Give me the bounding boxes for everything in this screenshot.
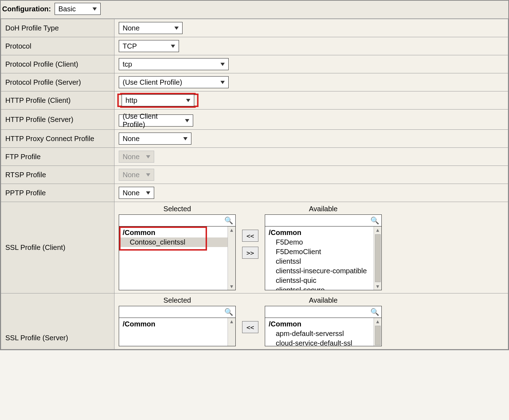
rtsp-profile-select: None <box>119 169 154 181</box>
scroll-up-icon: ▲ <box>375 226 380 234</box>
selected-header: Selected <box>119 296 236 306</box>
label-pp-client: Protocol Profile (Client) <box>1 55 114 73</box>
selected-header: Selected <box>119 205 236 214</box>
label-pptp: PPTP Profile <box>1 184 114 202</box>
http-profile-client-select[interactable]: http <box>122 94 194 106</box>
http-proxy-connect-select[interactable]: None <box>119 133 191 145</box>
list-group: /Common <box>119 319 228 329</box>
chevron-down-icon <box>146 155 150 158</box>
ssl-server-available-search[interactable]: 🔍 <box>265 306 382 318</box>
label-rtsp: RTSP Profile <box>1 166 114 184</box>
move-left-button[interactable]: << <box>242 230 258 242</box>
list-item[interactable]: F5Demo <box>265 237 374 247</box>
doh-select[interactable]: None <box>119 22 183 34</box>
search-input[interactable] <box>265 215 381 226</box>
label-protocol: Protocol <box>1 37 114 55</box>
move-right-button[interactable]: >> <box>242 247 258 259</box>
list-item[interactable]: cloud-service-default-ssl <box>265 338 374 346</box>
ssl-server-selected-search[interactable]: 🔍 <box>119 306 236 318</box>
list-item[interactable]: clientssl-secure <box>265 285 374 290</box>
pptp-profile-select[interactable]: None <box>119 187 154 199</box>
ssl-client-selected-search[interactable]: 🔍 <box>119 214 236 226</box>
search-input[interactable] <box>119 215 235 226</box>
available-header: Available <box>265 205 382 214</box>
list-item[interactable]: clientssl-quic <box>265 276 374 285</box>
config-mode-select[interactable]: Basic <box>55 3 101 15</box>
config-panel: Configuration: Basic DoH Profile Type No… <box>0 0 509 350</box>
list-item[interactable]: clientssl <box>265 257 374 266</box>
label-doh: DoH Profile Type <box>1 19 114 37</box>
protocol-profile-server-select[interactable]: (Use Client Profile) <box>119 76 229 88</box>
config-header-label: Configuration: <box>2 5 51 13</box>
ssl-client-selected-list[interactable]: /Common Contoso_clientssl ▲ ▼ <box>119 226 236 290</box>
label-ssl-server: SSL Profile (Server) <box>1 293 114 349</box>
protocol-profile-client-select[interactable]: tcp <box>119 58 229 70</box>
chevron-down-icon <box>220 81 225 84</box>
chevron-down-icon <box>185 119 189 122</box>
list-item[interactable]: clientssl-insecure-compatible <box>265 266 374 276</box>
scroll-down-icon: ▼ <box>375 283 380 290</box>
ssl-server-available-list[interactable]: /Common apm-default-serversslcloud-servi… <box>265 318 382 346</box>
list-item[interactable]: F5DemoClient <box>265 247 374 257</box>
config-mode-value: Basic <box>58 5 76 13</box>
ftp-profile-select: None <box>119 151 154 163</box>
scrollbar[interactable]: ▲ ▼ <box>374 226 381 290</box>
config-form: DoH Profile Type None Protocol TCP Proto… <box>1 19 508 349</box>
http-profile-server-select[interactable]: (Use Client Profile) <box>119 114 193 127</box>
scrollbar-thumb[interactable] <box>375 234 381 282</box>
chevron-down-icon <box>174 27 179 30</box>
ssl-client-picker: Selected 🔍 /Common Contoso_clientssl ▲ <box>119 205 504 290</box>
ssl-server-selected-list[interactable]: /Common ▲ <box>119 318 236 346</box>
scroll-up-icon: ▲ <box>229 318 234 325</box>
scrollbar[interactable]: ▲ ▼ <box>228 226 235 290</box>
scroll-up-icon: ▲ <box>229 226 234 234</box>
ssl-client-available-search[interactable]: 🔍 <box>265 214 382 226</box>
chevron-down-icon <box>171 45 175 48</box>
chevron-down-icon <box>146 173 150 177</box>
http-client-highlight: http <box>119 95 197 106</box>
label-pp-server: Protocol Profile (Server) <box>1 73 114 91</box>
available-header: Available <box>265 296 382 306</box>
chevron-down-icon <box>183 137 188 140</box>
list-group: /Common <box>265 319 374 329</box>
scrollbar[interactable]: ▲ <box>228 318 235 346</box>
label-http-proxy: HTTP Proxy Connect Profile <box>1 130 114 148</box>
list-group: /Common <box>119 228 228 237</box>
chevron-down-icon <box>93 7 97 11</box>
chevron-down-icon <box>186 99 190 102</box>
scrollbar[interactable]: ▲ <box>374 318 381 346</box>
chevron-down-icon <box>220 63 225 66</box>
label-ssl-client: SSL Profile (Client) <box>1 202 114 293</box>
list-group: /Common <box>265 228 374 237</box>
ssl-server-picker: Selected 🔍 /Common ▲ <box>119 296 504 346</box>
chevron-down-icon <box>146 191 150 195</box>
ssl-client-available-list[interactable]: /Common F5DemoF5DemoClientclientsslclien… <box>265 226 382 290</box>
protocol-select[interactable]: TCP <box>119 40 179 52</box>
search-input[interactable] <box>265 306 381 318</box>
list-item[interactable]: Contoso_clientssl <box>119 237 228 247</box>
move-left-button[interactable]: << <box>242 321 258 333</box>
label-ftp: FTP Profile <box>1 148 114 166</box>
scroll-down-icon: ▼ <box>229 283 234 290</box>
label-http-client: HTTP Profile (Client) <box>1 91 114 110</box>
label-http-server: HTTP Profile (Server) <box>1 110 114 130</box>
config-header: Configuration: Basic <box>1 1 508 19</box>
scrollbar-thumb[interactable] <box>375 326 381 345</box>
scroll-up-icon: ▲ <box>375 318 380 325</box>
list-item[interactable]: apm-default-serverssl <box>265 329 374 338</box>
search-input[interactable] <box>119 306 235 318</box>
